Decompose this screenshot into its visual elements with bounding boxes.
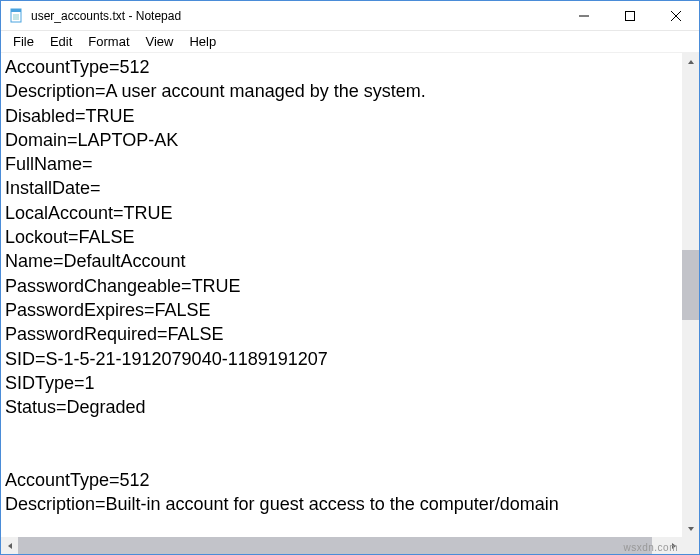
menubar: File Edit Format View Help <box>1 31 699 53</box>
watermark-text: wsxdn.com <box>623 542 678 553</box>
titlebar[interactable]: user_accounts.txt - Notepad <box>1 1 699 31</box>
close-button[interactable] <box>653 1 699 31</box>
scroll-down-arrow-icon[interactable] <box>682 520 699 537</box>
scroll-corner <box>682 537 699 554</box>
vertical-scroll-track[interactable] <box>682 70 699 520</box>
scroll-left-arrow-icon[interactable] <box>1 537 18 554</box>
notepad-window: user_accounts.txt - Notepad File Edit Fo… <box>0 0 700 555</box>
text-editor[interactable]: AccountType=512 Description=A user accou… <box>1 53 682 537</box>
window-controls <box>561 1 699 30</box>
svg-marker-10 <box>688 527 694 531</box>
svg-rect-1 <box>11 9 21 12</box>
content-area: AccountType=512 Description=A user accou… <box>1 53 699 537</box>
menu-edit[interactable]: Edit <box>42 32 80 51</box>
vertical-scrollbar[interactable] <box>682 53 699 537</box>
menu-file[interactable]: File <box>5 32 42 51</box>
svg-rect-6 <box>626 12 635 21</box>
svg-marker-9 <box>688 60 694 64</box>
notepad-icon <box>9 8 25 24</box>
window-title: user_accounts.txt - Notepad <box>31 9 561 23</box>
scroll-up-arrow-icon[interactable] <box>682 53 699 70</box>
vertical-scroll-thumb[interactable] <box>682 250 699 320</box>
horizontal-scroll-track[interactable] <box>18 537 665 554</box>
minimize-button[interactable] <box>561 1 607 31</box>
horizontal-scroll-thumb[interactable] <box>18 537 652 554</box>
menu-help[interactable]: Help <box>181 32 224 51</box>
bottom-scroll-row <box>1 537 699 554</box>
menu-view[interactable]: View <box>138 32 182 51</box>
svg-marker-11 <box>8 543 12 549</box>
maximize-button[interactable] <box>607 1 653 31</box>
menu-format[interactable]: Format <box>80 32 137 51</box>
horizontal-scrollbar[interactable] <box>1 537 682 554</box>
